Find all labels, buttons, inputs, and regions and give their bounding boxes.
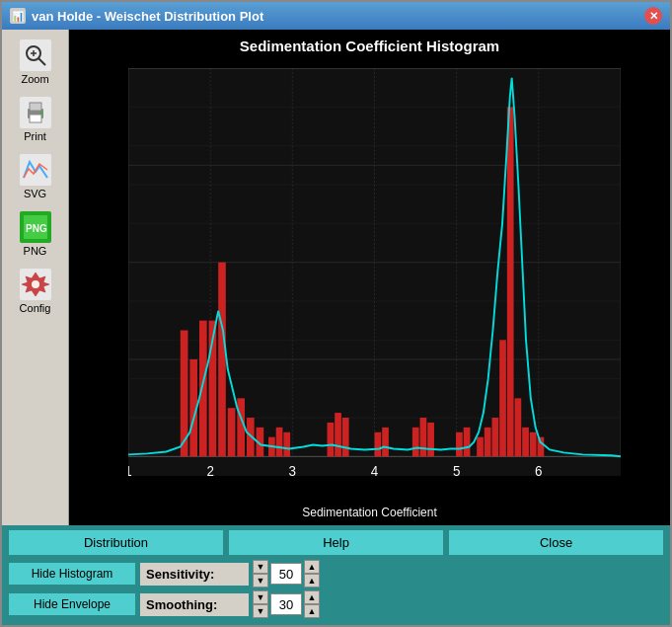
svg-rect-63 (342, 418, 349, 456)
svg-icon (20, 154, 51, 186)
sensitivity-up-pair: ▲ ▲ (304, 560, 320, 588)
svg-rect-51 (199, 321, 207, 457)
window-title: van Holde - Weischet Distribution Plot (32, 9, 263, 24)
sidebar-item-png[interactable]: PNG PNG (6, 207, 65, 261)
smoothing-value[interactable]: 30 (270, 593, 302, 615)
svg-rect-70 (464, 428, 471, 457)
svg-label: SVG (24, 188, 46, 199)
close-window-button[interactable]: ✕ (644, 7, 662, 25)
svg-rect-69 (456, 432, 463, 457)
sensitivity-up-button[interactable]: ▲ (304, 560, 320, 574)
smoothing-label: Smoothing: (140, 593, 249, 616)
svg-rect-64 (375, 432, 382, 457)
chart-title: Sedimentation Coefficient Histogram (69, 30, 670, 58)
sensitivity-spinner: ▼ ▼ 50 ▲ ▲ (253, 560, 320, 588)
smoothing-down2-button[interactable]: ▼ (253, 604, 268, 618)
chart-inner: 0 5 10 15 20 1 2 3 4 5 6 (128, 68, 621, 476)
print-icon (20, 97, 51, 128)
sidebar-item-print[interactable]: Print (6, 93, 65, 146)
sensitivity-value[interactable]: 50 (270, 563, 302, 585)
sidebar-item-config[interactable]: Config (6, 265, 65, 318)
sidebar: Zoom Print (2, 30, 69, 525)
svg-rect-73 (491, 418, 498, 456)
svg-point-9 (39, 112, 42, 115)
distribution-button[interactable]: Distribution (8, 529, 224, 556)
svg-rect-74 (499, 340, 506, 456)
svg-text:PNG: PNG (26, 223, 47, 234)
smoothing-down-pair: ▼ ▼ (253, 590, 268, 618)
smoothing-up2-button[interactable]: ▲ (304, 604, 320, 618)
main-window: 📊 van Holde - Weischet Distribution Plot… (0, 0, 672, 627)
sensitivity-up2-button[interactable]: ▲ (304, 574, 320, 588)
svg-rect-79 (538, 437, 545, 457)
histogram-control-row: Hide Histogram Sensitivity: ▼ ▼ 50 ▲ ▲ (8, 560, 664, 588)
main-button-row: Distribution Help Close (8, 529, 664, 556)
svg-rect-55 (237, 398, 245, 456)
config-icon (20, 269, 51, 300)
svg-rect-54 (228, 408, 236, 456)
svg-rect-78 (530, 432, 537, 457)
svg-point-16 (32, 280, 39, 288)
sensitivity-down2-button[interactable]: ▼ (253, 574, 268, 588)
sensitivity-label: Sensitivity: (140, 563, 249, 586)
sidebar-item-zoom[interactable]: Zoom (6, 36, 65, 89)
smoothing-up-button[interactable]: ▲ (304, 590, 320, 604)
svg-rect-53 (218, 263, 226, 457)
help-button[interactable]: Help (228, 529, 444, 556)
png-icon: PNG (20, 211, 51, 243)
svg-text:1: 1 (128, 464, 132, 476)
svg-rect-59 (276, 428, 283, 457)
envelope-control-row: Hide Envelope Smoothing: ▼ ▼ 30 ▲ ▲ (8, 590, 664, 618)
plot-area: Sedimentation Coefficient Histogram Rela… (69, 30, 670, 525)
x-axis-label: Sedimentation Coefficient (302, 506, 437, 519)
title-bar: 📊 van Holde - Weischet Distribution Plot… (2, 2, 670, 30)
png-label: PNG (24, 245, 47, 257)
bottom-bar: Distribution Help Close Hide Histogram S… (2, 525, 670, 625)
print-label: Print (24, 130, 46, 142)
svg-rect-7 (30, 103, 41, 111)
svg-text:6: 6 (535, 464, 542, 476)
smoothing-down-button[interactable]: ▼ (253, 590, 268, 604)
svg-rect-62 (335, 413, 341, 456)
chart-container: Relative Concentration Sedimentation Coe… (69, 58, 670, 525)
svg-rect-72 (485, 428, 491, 457)
chart-svg: 0 5 10 15 20 1 2 3 4 5 6 (128, 68, 621, 476)
svg-rect-71 (477, 437, 484, 457)
svg-text:2: 2 (206, 464, 213, 476)
zoom-icon (20, 39, 51, 71)
svg-rect-0 (20, 39, 51, 71)
hide-histogram-button[interactable]: Hide Histogram (8, 562, 136, 586)
smoothing-spinner: ▼ ▼ 30 ▲ ▲ (253, 590, 320, 618)
sidebar-item-svg[interactable]: SVG (6, 150, 65, 203)
svg-rect-76 (515, 398, 522, 456)
svg-text:4: 4 (371, 464, 379, 476)
svg-text:5: 5 (453, 464, 460, 476)
svg-rect-8 (30, 115, 41, 122)
svg-rect-66 (412, 428, 419, 457)
smoothing-up-pair: ▲ ▲ (304, 590, 320, 618)
close-button[interactable]: Close (448, 529, 664, 556)
svg-rect-67 (420, 418, 427, 456)
svg-rect-65 (382, 428, 389, 457)
svg-rect-75 (507, 107, 514, 456)
svg-rect-68 (427, 423, 434, 456)
sensitivity-down-pair: ▼ ▼ (253, 560, 268, 588)
svg-rect-77 (522, 428, 529, 457)
svg-rect-61 (328, 423, 335, 456)
window-icon: 📊 (10, 8, 26, 24)
svg-text:3: 3 (289, 464, 296, 476)
config-label: Config (20, 302, 51, 314)
main-content: Zoom Print (2, 30, 670, 525)
zoom-label: Zoom (21, 73, 48, 85)
sensitivity-down-button[interactable]: ▼ (253, 560, 268, 574)
hide-envelope-button[interactable]: Hide Envelope (8, 592, 136, 616)
svg-rect-60 (283, 432, 290, 457)
